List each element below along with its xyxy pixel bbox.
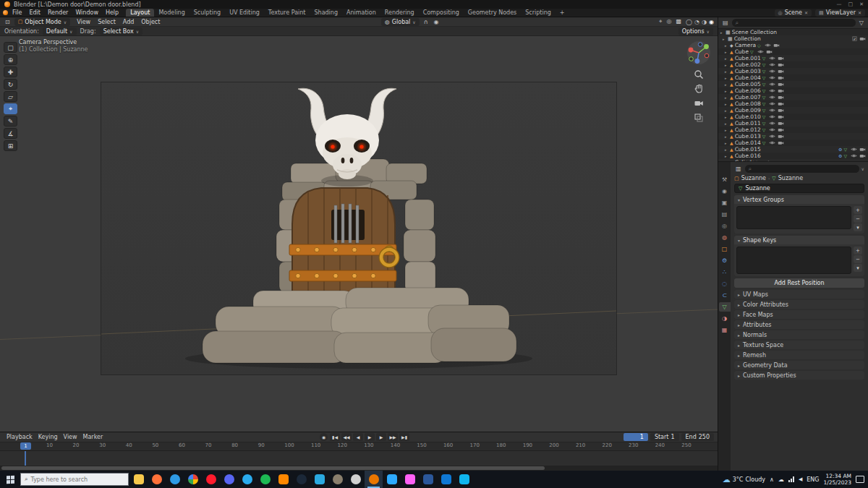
timeline-menu-item[interactable]: View: [61, 434, 80, 440]
hide-in-viewport-eye-icon[interactable]: [757, 49, 764, 54]
jump-to-start-button[interactable]: ▮◀: [330, 433, 340, 441]
transform-orientation-dropdown[interactable]: ◍ Global ∨: [381, 18, 420, 26]
outliner-item-cube-010[interactable]: ▸ ▲ Cube.010 ▽: [718, 114, 868, 120]
playhead[interactable]: 1: [20, 442, 31, 450]
vertex-group-specials-menu[interactable]: ▾: [854, 223, 862, 231]
menubar-item[interactable]: Help: [102, 9, 122, 16]
minimize-button[interactable]: —: [837, 1, 842, 7]
hide-in-viewport-eye-icon[interactable]: [769, 114, 775, 119]
expand-caret-icon[interactable]: ▸: [725, 56, 728, 61]
zoom-icon[interactable]: [694, 69, 704, 80]
collapsed-panel-header[interactable]: ▸ Remesh: [734, 351, 864, 359]
tab-modifier-properties[interactable]: ⚙: [719, 256, 731, 265]
collapsed-panel-header[interactable]: ▸ Attributes: [734, 320, 864, 329]
workspace-tab[interactable]: Scripting: [521, 9, 556, 17]
editor-type-icon[interactable]: ▤: [721, 20, 730, 26]
taskbar-app-store[interactable]: [455, 471, 473, 488]
expand-caret-icon[interactable]: ▸: [725, 43, 728, 48]
hide-in-viewport-eye-icon[interactable]: [851, 147, 857, 152]
timeline-scrollbar[interactable]: [0, 466, 718, 471]
next-keyframe-button[interactable]: ▶▶: [388, 433, 398, 441]
taskbar-app-xd[interactable]: [401, 471, 419, 488]
hide-in-viewport-eye-icon[interactable]: [769, 88, 775, 93]
breadcrumb-data[interactable]: Suzanne: [778, 175, 803, 181]
outliner-item-cube-002[interactable]: ▸ ▲ Cube.002 ▽: [718, 61, 868, 68]
workspace-tab[interactable]: Geometry Nodes: [464, 9, 521, 17]
orientation-default-dropdown[interactable]: Default ∨: [43, 27, 77, 35]
add-vertex-group-button[interactable]: +: [854, 206, 862, 214]
timeline-menu-item[interactable]: Playback: [4, 434, 35, 440]
collection-checkbox[interactable]: ✓: [852, 36, 857, 41]
play-button[interactable]: ▶: [365, 433, 375, 441]
viewlayer-selector[interactable]: ▤ ViewLayer ✕: [815, 9, 865, 17]
hide-in-render-camera-icon[interactable]: [773, 43, 780, 48]
hide-in-viewport-eye-icon[interactable]: [765, 160, 772, 161]
outliner-item-cube-003[interactable]: ▸ ▲ Cube.003 ▽: [718, 68, 868, 74]
tab-scene-properties[interactable]: ◎: [719, 221, 731, 231]
viewport-menu-item[interactable]: View: [73, 19, 94, 25]
viewport-menu-item[interactable]: Add: [119, 19, 138, 25]
expand-caret-icon[interactable]: ▸: [725, 147, 728, 152]
onedrive-cloud-icon[interactable]: ☁: [778, 476, 784, 483]
taskbar-app-discord[interactable]: [220, 471, 238, 488]
outliner-item-cube-011[interactable]: ▸ ▲ Cube.011 ▽: [718, 120, 868, 127]
menubar-item[interactable]: File: [9, 9, 25, 16]
collapsed-panel-header[interactable]: ▸ Custom Properties: [734, 371, 864, 380]
workspace-tab[interactable]: Modeling: [154, 9, 189, 17]
hide-in-render-camera-icon[interactable]: [859, 153, 866, 158]
tab-render-properties[interactable]: ◉: [719, 187, 731, 196]
collapsed-panel-header[interactable]: ▸ Normals: [734, 330, 864, 339]
outliner-item-cylinder[interactable]: ▸ ▲ Cylinder ▽: [718, 159, 868, 161]
taskbar-app-vlc[interactable]: [274, 471, 292, 488]
tool-tweak-select[interactable]: ▢: [4, 42, 17, 53]
proportional-editing-icon[interactable]: ◉: [433, 19, 441, 25]
3d-viewport[interactable]: ▢⊕✚↻▱⌖✎∡⊞ Camera Perspective (1) Collect…: [0, 36, 718, 432]
navigation-gizmo[interactable]: [686, 40, 711, 65]
taskbar-search[interactable]: ⌕: [20, 473, 129, 486]
camera-view-icon[interactable]: [694, 98, 704, 108]
outliner-item-cube-001[interactable]: ▸ ▲ Cube.001 ▽: [718, 55, 868, 61]
vertex-groups-panel-header[interactable]: ▾ Vertex Groups: [734, 195, 864, 204]
taskbar-app-file-explorer[interactable]: [129, 471, 148, 488]
volume-icon[interactable]: ◀: [799, 476, 802, 482]
hide-in-render-camera-icon[interactable]: [774, 160, 780, 161]
timeline-menu-item[interactable]: Keying: [35, 434, 61, 440]
hide-in-render-camera-icon[interactable]: [778, 134, 784, 139]
tool-add-cube[interactable]: ⊞: [4, 140, 17, 151]
expand-caret-icon[interactable]: ▸: [725, 141, 728, 145]
toggle-xray-icon[interactable]: ▩: [675, 18, 684, 25]
current-frame-field[interactable]: 1: [624, 433, 648, 441]
expand-caret-icon[interactable]: ▸: [725, 76, 728, 80]
editor-type-icon[interactable]: ⊡: [4, 19, 12, 25]
editor-type-icon[interactable]: ▥: [734, 166, 743, 172]
menubar-item[interactable]: Window: [72, 9, 102, 16]
hide-in-viewport-eye-icon[interactable]: [851, 153, 857, 158]
hide-in-viewport-eye-icon[interactable]: [769, 121, 775, 126]
hide-in-render-camera-icon[interactable]: [859, 147, 866, 152]
jump-to-end-button[interactable]: ▶▮: [399, 433, 409, 441]
expand-caret-icon[interactable]: ▸: [725, 69, 728, 74]
frame-end-field[interactable]: End 250: [681, 433, 714, 441]
expand-caret-icon[interactable]: ▸: [725, 160, 728, 162]
expand-caret-icon[interactable]: ▸: [725, 134, 728, 139]
hide-in-viewport-eye-icon[interactable]: [769, 95, 775, 100]
taskbar-app-chrome[interactable]: [184, 471, 202, 488]
expand-caret-icon[interactable]: ▸: [725, 63, 728, 67]
outliner-item-cube-005[interactable]: ▸ ▲ Cube.005 ▽: [718, 81, 868, 87]
timeline-track[interactable]: [0, 451, 718, 466]
tab-constraint-properties[interactable]: ⊂: [719, 291, 731, 300]
language-indicator[interactable]: ENG: [807, 476, 819, 483]
select-tool-dropdown[interactable]: Select Box ∨: [100, 27, 143, 35]
maximize-button[interactable]: □: [848, 1, 854, 7]
tab-texture-properties[interactable]: ▦: [719, 325, 731, 335]
outliner-item-cube-007[interactable]: ▸ ▲ Cube.007 ▽: [718, 94, 868, 100]
filter-icon[interactable]: ▽: [858, 20, 865, 26]
hide-in-viewport-eye-icon[interactable]: [769, 127, 775, 132]
tool-cursor[interactable]: ⊕: [4, 54, 17, 65]
hide-in-render-camera-icon[interactable]: [778, 127, 784, 132]
taskbar-app-steam[interactable]: [292, 471, 310, 488]
tab-object-properties[interactable]: □: [719, 244, 731, 254]
menubar-item[interactable]: Edit: [25, 9, 44, 16]
tool-scale[interactable]: ▱: [4, 91, 17, 102]
tab-particle-properties[interactable]: ∴: [719, 267, 731, 277]
